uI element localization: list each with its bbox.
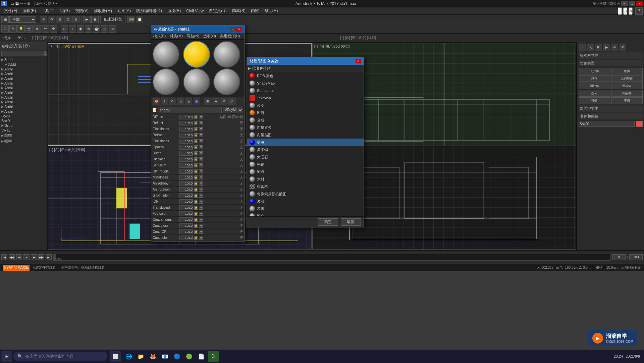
- mat-show-btn[interactable]: 👁: [220, 98, 227, 105]
- mat-ior-lock[interactable]: 🔒: [194, 200, 198, 204]
- mat-coatcolor-input[interactable]: [179, 236, 193, 240]
- mat-refract-lock[interactable]: 🔒: [194, 133, 198, 137]
- taskbar-search-bar[interactable]: 🔍 在这里输入你要搜索的内容: [13, 352, 107, 361]
- mat-coatior-lock[interactable]: 🔒: [194, 230, 198, 234]
- mat-coatamount-map[interactable]: M: [199, 218, 203, 222]
- sidebar-item-box0-1[interactable]: Box0: [0, 114, 47, 118]
- sidebar-item-box0-2[interactable]: Box0: [0, 118, 47, 123]
- mat-param-refract[interactable]: Refract 🔒 M 无: [151, 132, 245, 138]
- mirror-btn[interactable]: ⊟: [72, 16, 79, 23]
- mat-diffrough-map[interactable]: M: [199, 169, 203, 173]
- mat-list-item-checker[interactable]: 棋盘格: [247, 183, 364, 190]
- obj-type-plane[interactable]: 平面: [611, 97, 643, 104]
- mat-list-item-textmap[interactable]: TextMap: [247, 94, 364, 102]
- mat-anrotation-input[interactable]: [179, 187, 193, 192]
- mat-menu-options[interactable]: 选项(O): [201, 33, 218, 39]
- mat-param-metalness[interactable]: Metalness 🔒 M 无: [151, 174, 245, 180]
- mat-metalness-lock[interactable]: 🔒: [194, 175, 198, 179]
- mat-editor-close-btn[interactable]: ×: [236, 27, 242, 32]
- mat-sphere-4[interactable]: [153, 68, 179, 95]
- mat-param-translucent[interactable]: Translucent 🔒 M 无: [151, 205, 245, 211]
- mat-translucent-input[interactable]: [179, 205, 193, 210]
- sidebar-item-3ddd[interactable]: ▶ 3ddd: [0, 57, 47, 62]
- obj-type-geosphere[interactable]: 几何球体: [611, 75, 643, 82]
- menu-help[interactable]: 帮助(H): [262, 7, 281, 14]
- mat-translucent-map[interactable]: M: [199, 206, 203, 210]
- mat-param-opacity[interactable]: Opacity 🔒 M 无: [151, 144, 245, 150]
- mat-list-item-marble[interactable]: 大理石: [247, 153, 364, 161]
- scene-explorer-btn[interactable]: 📋: [136, 16, 143, 23]
- mat-diffuse-map[interactable]: M: [199, 115, 203, 119]
- select-filter-btn[interactable]: ▣: [1, 16, 9, 23]
- mat-list-item-multitile[interactable]: 多平铺: [247, 146, 364, 153]
- mat-gloss2-lock[interactable]: 🔒: [194, 139, 198, 143]
- geometry-btn[interactable]: ⬡: [1, 25, 9, 33]
- mat-reflect-input[interactable]: [179, 121, 193, 125]
- mat-selfillum-input[interactable]: [179, 163, 193, 168]
- obj-type-pyramid[interactable]: 四棱锥: [611, 90, 643, 97]
- mat-list-item-tiles[interactable]: 平铺: [247, 161, 364, 168]
- mat-selector-ok-btn[interactable]: 确定: [318, 218, 338, 226]
- sub-select[interactable]: 选择: [1, 35, 13, 41]
- mat-list-item-cammap[interactable]: 每像素摄影机贴图: [247, 190, 364, 198]
- help-btn[interactable]: ?: [635, 7, 643, 15]
- sub-display[interactable]: 显示: [15, 35, 27, 41]
- mat-sphere-5[interactable]: [183, 68, 210, 95]
- taskbar-app-edge[interactable]: 🌐: [123, 351, 134, 362]
- mat-coatcolor-map[interactable]: M: [199, 236, 203, 240]
- obj-type-tube[interactable]: 管状体: [611, 83, 643, 89]
- mat-assign-btn[interactable]: ▣: [193, 98, 200, 105]
- mat-put-btn[interactable]: ⤵: [161, 98, 168, 105]
- mat-param-diff-rough[interactable]: Diff. rough. 🔒 M 无: [151, 168, 245, 174]
- mat-opacity-input[interactable]: [179, 145, 193, 150]
- color-swatch[interactable]: [636, 121, 643, 127]
- obj-type-cylinder[interactable]: 圆柱体: [579, 83, 610, 89]
- plane-btn[interactable]: ▭: [109, 25, 116, 33]
- mat-list-item-noise[interactable]: 噪波: [247, 139, 364, 146]
- mat-coatbump-input[interactable]: [179, 242, 193, 242]
- teapot-btn[interactable]: ☕: [93, 25, 100, 33]
- sidebar-item-group00-1[interactable]: ▶ 组00: [0, 133, 47, 138]
- spacewarps-btn[interactable]: 〜: [42, 25, 49, 33]
- obj-type-sphere[interactable]: 球体: [579, 75, 610, 82]
- mat-bump-input[interactable]: [179, 151, 193, 156]
- sidebar-item-archi-3[interactable]: ▶ Archi: [0, 76, 47, 81]
- mat-param-coatgloss[interactable]: Coat gloss. 🔒 M 无: [151, 223, 245, 229]
- sphere-btn[interactable]: ○: [69, 25, 76, 33]
- mat-gtrfalloff-input[interactable]: [179, 193, 193, 198]
- mat-checker-btn[interactable]: ⊞: [204, 98, 211, 105]
- mat-param-gtr-falloff[interactable]: GTR. falloff 🔒 M 无: [151, 193, 245, 199]
- mat-refract-map[interactable]: M: [199, 133, 203, 137]
- mat-ior-input[interactable]: [179, 199, 193, 204]
- mat-displace-map[interactable]: M: [199, 157, 203, 161]
- taskbar-app-3dsmax[interactable]: 3: [208, 351, 219, 362]
- mat-coatior-input[interactable]: [179, 229, 193, 234]
- mat-param-glossiness-1[interactable]: Glossiness 🔒 M 无: [151, 126, 245, 132]
- snap-btn[interactable]: ⊡: [64, 16, 71, 23]
- mat-metalness-input[interactable]: [179, 175, 193, 180]
- sidebar-item-archi-4[interactable]: ▶ Archi: [0, 81, 47, 86]
- close-btn[interactable]: ×: [636, 1, 643, 6]
- mat-param-diffuse[interactable]: Diffuse 🔒 M 贴面 #0 (Falloff): [151, 114, 245, 120]
- mat-gtrfalloff-lock[interactable]: 🔒: [194, 194, 198, 198]
- shapes-btn[interactable]: ✎: [9, 25, 17, 33]
- mat-anrotation-lock[interactable]: 🔒: [194, 188, 198, 192]
- mat-diffrough-input[interactable]: [179, 169, 193, 174]
- mat-list-item-composite[interactable]: 合成: [247, 116, 364, 124]
- mat-refract-input[interactable]: [179, 133, 193, 138]
- mat-selector-close-btn[interactable]: ×: [356, 59, 361, 63]
- mat-opacity-map[interactable]: M: [199, 145, 203, 149]
- mat-param-anisotropy[interactable]: Anisotropy 🔒 M 无: [151, 180, 245, 187]
- menu-custom[interactable]: 自定义(U): [206, 7, 229, 14]
- mat-param-displace[interactable]: Displace 🔒 M 无: [151, 156, 245, 162]
- mat-list-item-falloff[interactable]: 发黑: [247, 205, 364, 212]
- cylinder-btn[interactable]: ◉: [77, 25, 84, 33]
- taskbar-app-app3[interactable]: 🟢: [184, 351, 195, 362]
- app-minimize-btn[interactable]: −: [618, 7, 622, 15]
- mat-list-item-waves[interactable]: 波浪: [247, 198, 364, 205]
- mat-gloss1-lock[interactable]: 🔒: [194, 127, 198, 131]
- menu-civil-view[interactable]: Civil View: [183, 8, 206, 14]
- timeline-next-btn[interactable]: ▶▶: [38, 254, 44, 260]
- mat-reflect-map[interactable]: M: [199, 121, 203, 125]
- helpers-btn[interactable]: ⊕: [34, 25, 41, 33]
